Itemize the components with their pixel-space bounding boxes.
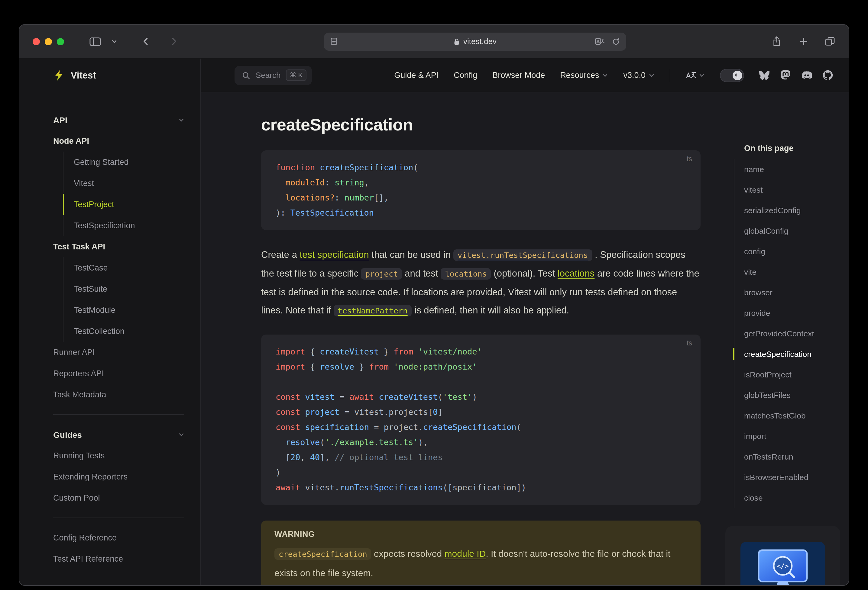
social-mastodon-link[interactable]	[780, 70, 791, 80]
nav-link-resources[interactable]: Resources	[560, 71, 608, 80]
sidebar-item-testsuite[interactable]: TestSuite	[63, 278, 185, 300]
outline-item-serializedconfig[interactable]: serializedConfig	[734, 200, 834, 221]
outline-item-globtestfiles[interactable]: globTestFiles	[734, 385, 834, 405]
nav-links: Guide & APIConfigBrowser ModeResourcesv3…	[394, 71, 655, 80]
sidebar-item-testproject[interactable]: TestProject	[63, 194, 185, 215]
zoom-window-button[interactable]	[57, 38, 64, 45]
sidebar-item-test-api-reference[interactable]: Test API Reference	[53, 548, 185, 569]
sidebar-item-running-tests[interactable]: Running Tests	[53, 445, 185, 466]
sidebar-section-guides[interactable]: Guides	[53, 424, 185, 445]
sidebar-item-testspecification[interactable]: TestSpecification	[63, 215, 185, 236]
outline-item-provide[interactable]: provide	[734, 303, 834, 323]
inline-link[interactable]: locations	[558, 268, 595, 278]
sidebar-item-custom-pool[interactable]: Custom Pool	[53, 487, 185, 509]
text-run: expects resolved	[371, 548, 444, 559]
chevron-down-icon	[178, 431, 185, 437]
nav-link-config[interactable]: Config	[454, 71, 477, 80]
inline-code: locations	[441, 268, 491, 280]
code-lang-badge: ts	[686, 339, 692, 347]
share-button[interactable]	[769, 34, 785, 49]
social-github-link[interactable]	[823, 70, 833, 80]
sidebar-item-testcollection[interactable]: TestCollection	[63, 321, 185, 342]
outline-item-isbrowserenabled[interactable]: isBrowserEnabled	[734, 467, 834, 487]
sidebar-item-testcase[interactable]: TestCase	[63, 257, 185, 278]
sidebar-divider	[53, 518, 185, 518]
code-line: function createSpecification(	[276, 160, 686, 175]
code-line: await vitest.runTestSpecifications([spec…	[276, 480, 686, 495]
sidebar-section-label: Guides	[53, 430, 82, 439]
minimize-window-button[interactable]	[45, 38, 52, 45]
outline-item-getprovidedcontext[interactable]: getProvidedContext	[734, 323, 834, 344]
code-line: [20, 40], // optional test lines	[276, 450, 686, 465]
sidebar-item-runner-api[interactable]: Runner API	[53, 342, 185, 363]
address-bar[interactable]: vitest.dev	[324, 32, 626, 50]
sidebar-item-extending-reporters[interactable]: Extending Reporters	[53, 466, 185, 487]
sidebar-item-task-metadata[interactable]: Task Metadata	[53, 384, 185, 405]
page-heading: createSpecification	[261, 115, 701, 135]
sidebar-item-testmodule[interactable]: TestModule	[63, 300, 185, 321]
social-bluesky-link[interactable]	[759, 70, 769, 80]
sidebar-section-api[interactable]: API	[53, 109, 185, 131]
lock-icon	[454, 38, 460, 45]
forward-button[interactable]	[165, 34, 182, 49]
outline-item-vite[interactable]: vite	[734, 262, 834, 282]
outline-item-isrootproject[interactable]: isRootProject	[734, 364, 834, 385]
text-run: and test	[402, 268, 441, 278]
page-menu-icon[interactable]	[330, 37, 338, 45]
back-button[interactable]	[138, 34, 154, 49]
translate-icon[interactable]	[595, 37, 604, 46]
search-shortcut: ⌘ K	[286, 69, 306, 81]
code-line: resolve('./example.test.ts'),	[276, 435, 686, 450]
outline-item-matchestestglob[interactable]: matchesTestGlob	[734, 405, 834, 426]
language-menu[interactable]	[685, 71, 705, 80]
sidebar-item-config-reference[interactable]: Config Reference	[53, 527, 185, 548]
sidebar-section-label: API	[53, 115, 67, 125]
outline-item-config[interactable]: config	[734, 241, 834, 262]
outline-item-globalconfig[interactable]: globalConfig	[734, 221, 834, 241]
outline-item-close[interactable]: close	[734, 487, 834, 508]
outline-item-vitest[interactable]: vitest	[734, 180, 834, 200]
sidebar-item-test-task-api[interactable]: Test Task API	[53, 236, 185, 257]
close-window-button[interactable]	[32, 38, 40, 45]
inline-link[interactable]: module ID	[444, 548, 486, 559]
reload-icon[interactable]	[612, 37, 620, 46]
nav-link-browser-mode[interactable]: Browser Mode	[492, 71, 545, 80]
new-tab-button[interactable]	[796, 34, 811, 49]
text-run: (optional). Test	[491, 268, 558, 278]
code-line: moduleId: string,	[276, 175, 686, 190]
theme-toggle[interactable]: ☾	[720, 69, 744, 82]
nav-link-label: Config	[454, 71, 477, 80]
sidebar-item-node-api[interactable]: Node API	[53, 131, 185, 152]
code-line	[276, 374, 686, 390]
search-button[interactable]: Search ⌘ K	[235, 66, 311, 85]
vitest-logo[interactable]: Vitest	[19, 59, 200, 93]
nav-link-label: v3.0.0	[623, 71, 645, 80]
sidebar-item-reporters-api[interactable]: Reporters API	[53, 363, 185, 384]
inline-link[interactable]: test specification	[300, 249, 369, 260]
svg-text:</>: </>	[777, 562, 789, 570]
nav-link-v3-0-0[interactable]: v3.0.0	[623, 71, 655, 80]
outline-item-createspecification[interactable]: createSpecification	[734, 344, 834, 364]
outline-item-browser[interactable]: browser	[734, 282, 834, 303]
promo-card[interactable]: </>	[725, 526, 840, 586]
tab-overview-button[interactable]	[822, 34, 838, 49]
inline-code-link[interactable]: vitest.runTestSpecifications	[453, 249, 592, 261]
outline: On this page namevitestserializedConfigg…	[734, 115, 834, 586]
text-run: that can be used in	[369, 249, 453, 260]
doc-paragraph: Create a test specification that can be …	[261, 246, 701, 320]
toolbar-center: vitest.dev	[182, 32, 769, 50]
search-label: Search	[256, 71, 280, 80]
social-discord-link[interactable]	[802, 70, 812, 80]
outline-item-name[interactable]: name	[734, 159, 834, 180]
inline-code-link[interactable]: testNamePattern	[334, 305, 412, 316]
outline-item-ontestsrerun[interactable]: onTestsRerun	[734, 446, 834, 467]
chevron-down-icon	[178, 117, 185, 123]
sidebar-item-vitest[interactable]: Vitest	[63, 173, 185, 194]
sidebar-toggle-button[interactable]	[87, 34, 103, 49]
nav-link-guide-api[interactable]: Guide & API	[394, 71, 438, 80]
sidebar-chevron-button[interactable]	[106, 34, 122, 49]
sidebar-item-getting-started[interactable]: Getting Started	[63, 152, 185, 173]
sidebar-divider	[53, 414, 185, 415]
doc-content: createSpecification ts function createSp…	[261, 115, 701, 586]
outline-item-import[interactable]: import	[734, 426, 834, 446]
